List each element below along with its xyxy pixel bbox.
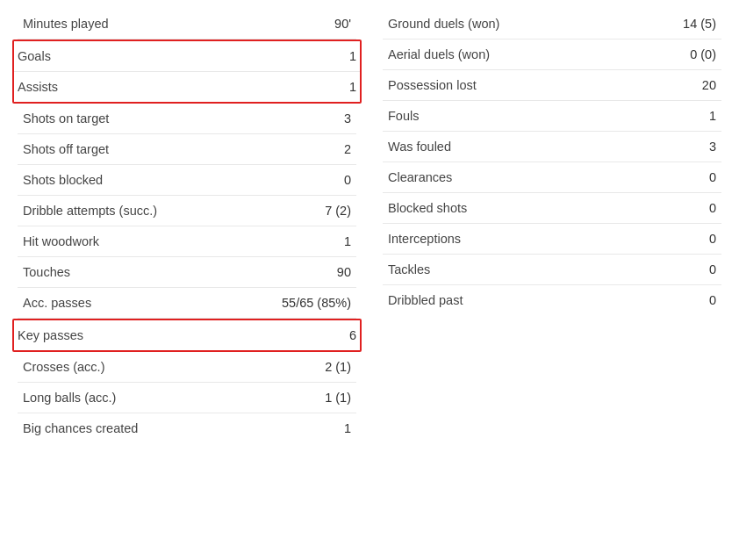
stat-label-tackles: Tackles (388, 262, 430, 276)
stat-row-ground-duels: Ground duels (won) 14 (5) (383, 9, 721, 39)
stat-value-hit-woodwork: 1 (344, 234, 351, 248)
stat-row-hit-woodwork: Hit woodwork 1 (18, 226, 356, 257)
stat-value-shots-off-target: 2 (344, 142, 351, 156)
stat-row-key-passes: Key passes 6 (14, 320, 360, 350)
stat-value-blocked-shots: 0 (709, 201, 716, 215)
stat-value-dribble-attempts: 7 (2) (325, 204, 351, 218)
stat-row-dribbled-past: Dribbled past 0 (383, 285, 721, 315)
stat-label-dribble-attempts: Dribble attempts (succ.) (23, 204, 157, 218)
stat-label-ground-duels: Ground duels (won) (388, 17, 499, 31)
stat-label-clearances: Clearances (388, 170, 452, 184)
stat-row-big-chances-created: Big chances created 1 (18, 413, 356, 443)
stat-row-touches: Touches 90 (18, 257, 356, 288)
stat-row-aerial-duels: Aerial duels (won) 0 (0) (383, 39, 721, 70)
stat-row-acc-passes: Acc. passes 55/65 (85%) (18, 288, 356, 319)
stat-row-dribble-attempts: Dribble attempts (succ.) 7 (2) (18, 196, 356, 226)
stat-value-shots-blocked: 0 (344, 173, 351, 187)
stat-value-long-balls-acc: 1 (1) (325, 391, 351, 405)
stat-label-was-fouled: Was fouled (388, 140, 451, 154)
stat-value-minutes-played: 90' (334, 17, 351, 31)
stat-label-interceptions: Interceptions (388, 232, 461, 246)
key-passes-group: Key passes 6 (12, 319, 362, 352)
stat-value-touches: 90 (337, 265, 351, 279)
stat-row-was-fouled: Was fouled 3 (383, 132, 721, 162)
stat-label-long-balls-acc: Long balls (acc.) (23, 391, 116, 405)
stat-row-crosses-acc: Crosses (acc.) 2 (1) (18, 352, 356, 383)
stat-row-shots-off-target: Shots off target 2 (18, 134, 356, 165)
stat-row-tackles: Tackles 0 (383, 255, 721, 285)
stat-row-assists: Assists 1 (14, 72, 360, 102)
stat-label-big-chances-created: Big chances created (23, 421, 138, 435)
stat-label-blocked-shots: Blocked shots (388, 201, 467, 215)
stat-value-big-chances-created: 1 (344, 421, 351, 435)
stat-label-shots-on-target: Shots on target (23, 111, 109, 126)
stat-value-goals: 1 (349, 49, 356, 63)
right-stats-column: Ground duels (won) 14 (5) Aerial duels (… (374, 9, 721, 443)
stat-label-dribbled-past: Dribbled past (388, 293, 463, 307)
stat-value-was-fouled: 3 (709, 140, 716, 154)
stat-label-goals: Goals (18, 49, 51, 63)
stat-row-shots-blocked: Shots blocked 0 (18, 165, 356, 196)
stat-value-tackles: 0 (709, 262, 716, 276)
stat-row-interceptions: Interceptions 0 (383, 224, 721, 255)
stat-row-shots-on-target: Shots on target 3 (18, 104, 356, 134)
stat-value-key-passes: 6 (349, 328, 356, 342)
stat-row-long-balls-acc: Long balls (acc.) 1 (1) (18, 383, 356, 413)
stat-label-crosses-acc: Crosses (acc.) (23, 360, 104, 374)
stat-label-shots-off-target: Shots off target (23, 142, 109, 156)
stat-label-minutes-played: Minutes played (23, 17, 109, 31)
stat-label-assists: Assists (18, 80, 58, 94)
goals-assists-group: Goals 1 Assists 1 (12, 39, 362, 104)
stat-row-possession-lost: Possession lost 20 (383, 70, 721, 101)
stat-label-possession-lost: Possession lost (388, 78, 477, 92)
stat-value-crosses-acc: 2 (1) (325, 360, 351, 374)
stat-label-touches: Touches (23, 265, 70, 279)
left-stats-column: Minutes played 90' Goals 1 Assists 1 Sho… (18, 9, 374, 443)
stat-label-acc-passes: Acc. passes (23, 296, 91, 310)
stat-row-blocked-shots: Blocked shots 0 (383, 193, 721, 224)
stat-value-clearances: 0 (709, 170, 716, 184)
stat-row-minutes-played: Minutes played 90' (18, 9, 356, 39)
stat-value-fouls: 1 (709, 109, 716, 123)
stat-row-goals: Goals 1 (14, 41, 360, 72)
stat-label-fouls: Fouls (388, 109, 419, 123)
stats-container: Minutes played 90' Goals 1 Assists 1 Sho… (18, 9, 721, 443)
stat-value-interceptions: 0 (709, 232, 716, 246)
stat-value-possession-lost: 20 (702, 78, 716, 92)
stat-label-key-passes: Key passes (18, 328, 83, 342)
stat-row-fouls: Fouls 1 (383, 101, 721, 132)
stat-value-acc-passes: 55/65 (85%) (282, 296, 351, 310)
stat-value-aerial-duels: 0 (0) (690, 47, 716, 61)
stat-value-ground-duels: 14 (5) (683, 17, 716, 31)
stat-value-assists: 1 (349, 80, 356, 94)
stat-label-hit-woodwork: Hit woodwork (23, 234, 99, 248)
stat-value-shots-on-target: 3 (344, 111, 351, 126)
stat-label-shots-blocked: Shots blocked (23, 173, 103, 187)
stat-row-clearances: Clearances 0 (383, 162, 721, 193)
stat-value-dribbled-past: 0 (709, 293, 716, 307)
stat-label-aerial-duels: Aerial duels (won) (388, 47, 490, 61)
